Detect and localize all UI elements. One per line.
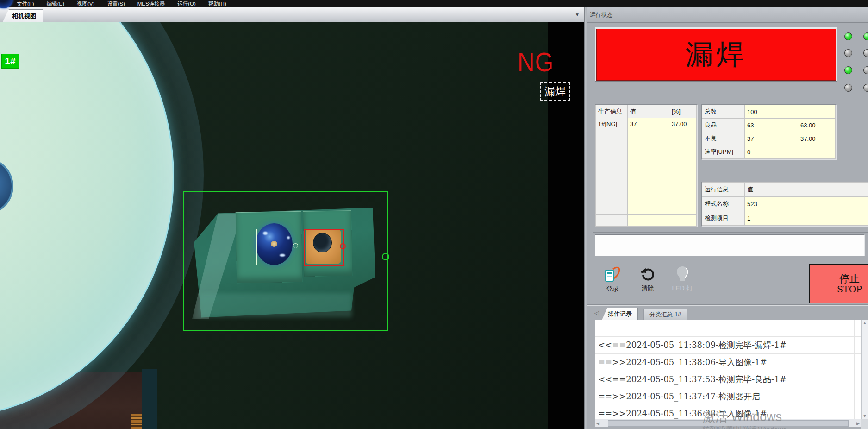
led-indicator <box>863 84 868 92</box>
pane-divider[interactable] <box>584 7 587 429</box>
result-text-ng: NG <box>518 46 554 77</box>
clear-refresh-icon <box>640 268 655 283</box>
defect-label-tag: 漏焊 <box>540 82 570 101</box>
tab-classification-summary-label: 分类汇总-1# <box>649 311 681 319</box>
led-light-button[interactable]: LED 灯 <box>668 265 697 293</box>
production-col-header: 值 <box>628 105 669 118</box>
led-bulb-icon <box>676 265 689 283</box>
production-col-header: [%] <box>669 105 697 118</box>
login-button-label: 登录 <box>606 285 619 293</box>
stats-cell: 37 <box>745 132 798 145</box>
stats-table: 总数 100 良品 63 63.00 不良 37 37.00 速率[UPM] 0 <box>702 105 836 159</box>
menu-mes-connector[interactable]: MES连接器 <box>137 0 165 7</box>
clear-button-label: 清除 <box>641 284 654 293</box>
table-row: 1#[NG] 37 37.00 <box>596 118 697 130</box>
stop-button-label-en: STOP <box>837 284 862 295</box>
menu-view[interactable]: 视图(V) <box>77 0 94 7</box>
stats-cell: 总数 <box>702 105 745 119</box>
tab-camera-view-label: 相机视图 <box>12 12 36 20</box>
run-info-cell: 检测项目 <box>702 211 745 226</box>
camera-tab-strip: 相机视图 ▼ <box>0 7 584 23</box>
production-cell: 37 <box>628 118 669 130</box>
led-indicator <box>844 66 852 74</box>
scroll-left-icon[interactable]: ◀ <box>596 421 599 426</box>
menu-help[interactable]: 帮助(H) <box>208 0 226 7</box>
led-indicator <box>844 49 852 57</box>
led-indicator <box>863 49 868 57</box>
led-indicator <box>863 32 868 40</box>
table-row: 良品 63 63.00 <box>702 119 836 132</box>
led-indicator <box>863 66 868 74</box>
run-info-cell: 程式名称 <box>702 197 745 211</box>
table-row: 检测项目 1 <box>702 211 868 226</box>
scroll-down-icon[interactable]: ▼ <box>863 414 867 418</box>
tab-camera-view[interactable]: 相机视图 <box>2 9 43 23</box>
run-info-table: 运行信息 值 程式名称 523 检测项目 1 <box>702 182 868 226</box>
table-row: 速率[UPM] 0 <box>702 145 836 159</box>
log-row[interactable]: ==>>2024-05-05_11:37:47-检测器开启 <box>595 388 861 405</box>
menu-file[interactable]: 文件(F) <box>17 0 34 7</box>
status-panel-title: 运行状态 <box>590 11 613 19</box>
tab-classification-summary[interactable]: 分类汇总-1# <box>643 309 687 320</box>
log-column-divider <box>854 320 855 419</box>
message-box[interactable] <box>595 234 865 256</box>
scrollbar-corner <box>861 419 868 429</box>
log-vertical-scrollbar[interactable]: ▲ ▼ <box>861 320 868 419</box>
stats-cell: 0 <box>745 145 798 159</box>
log-row[interactable]: <<==2024-05-05_11:37:53-检测完毕-良品-1# <box>595 371 861 388</box>
stats-cell: 100 <box>745 105 798 119</box>
run-info-cell: 523 <box>745 197 868 211</box>
camera-id-badge: 1# <box>1 54 19 69</box>
result-banner: 漏焊 <box>596 29 836 81</box>
log-row-empty <box>595 320 861 337</box>
stats-cell <box>798 105 836 119</box>
stats-cell: 不良 <box>702 132 745 145</box>
table-row: 总数 100 <box>702 105 836 119</box>
camera-image-shadow-strip <box>142 369 157 429</box>
divider <box>587 304 868 306</box>
menu-edit[interactable]: 编辑(E) <box>47 0 64 7</box>
stats-cell: 速率[UPM] <box>702 145 745 159</box>
run-info-header: 值 <box>745 183 868 197</box>
login-button[interactable]: 登录 <box>601 266 624 293</box>
operation-log-list[interactable]: <<==2024-05-05_11:38:09-检测完毕-漏焊-1# ==>>2… <box>595 320 861 419</box>
camera-image-gold-cable <box>131 414 142 429</box>
scroll-right-icon[interactable]: ▶ <box>856 421 860 426</box>
stats-cell: 37.00 <box>798 132 836 145</box>
stats-cell <box>798 145 836 159</box>
production-col-header: 生产信息 <box>596 105 628 118</box>
production-cell: 1#[NG] <box>596 118 628 130</box>
camera-feed: 1# NG 漏焊 <box>0 22 584 429</box>
id-badge-icon <box>604 266 621 283</box>
tab-scroll-left-icon[interactable]: ◁ <box>594 309 599 316</box>
production-table: 生产信息 值 [%] 1#[NG] 37 37.00 <box>595 105 697 227</box>
menu-bar: 文件(F) 编辑(E) 视图(V) 设置(S) MES连接器 运行(O) 帮助(… <box>0 0 868 7</box>
scroll-up-icon[interactable]: ▲ <box>863 321 867 325</box>
table-row: 不良 37 37.00 <box>702 132 836 145</box>
log-row[interactable]: <<==2024-05-05_11:38:09-检测完毕-漏焊-1# <box>595 337 861 354</box>
stop-button-label-cn: 停止 <box>839 273 860 284</box>
roi-handle <box>382 253 389 260</box>
windows-activation-watermark: 激活 Windows <box>703 409 782 425</box>
led-indicator <box>844 84 852 92</box>
clear-button[interactable]: 清除 <box>636 268 659 293</box>
tab-operation-log-label: 操作记录 <box>608 310 632 318</box>
run-info-cell: 1 <box>745 211 868 226</box>
run-info-header: 运行信息 <box>702 183 745 197</box>
table-row: 程式名称 523 <box>702 197 868 211</box>
led-light-button-label: LED 灯 <box>672 284 693 293</box>
status-panel-header: 运行状态 <box>587 7 868 23</box>
divider <box>593 232 868 233</box>
menu-settings[interactable]: 设置(S) <box>107 0 125 7</box>
stats-cell: 63.00 <box>798 119 836 132</box>
menu-run[interactable]: 运行(O) <box>177 0 196 7</box>
led-indicator <box>844 32 852 40</box>
result-banner-frame: 漏焊 <box>595 27 837 81</box>
log-row[interactable]: ==>>2024-05-05_11:38:06-导入图像-1# <box>595 354 861 371</box>
stop-button[interactable]: 停止 STOP <box>809 264 868 303</box>
camera-image-disc <box>0 22 174 419</box>
stats-cell: 良品 <box>702 119 745 132</box>
tab-operation-log[interactable]: 操作记录 <box>602 308 638 320</box>
production-cell: 37.00 <box>669 118 697 130</box>
chevron-down-icon[interactable]: ▼ <box>575 12 580 17</box>
